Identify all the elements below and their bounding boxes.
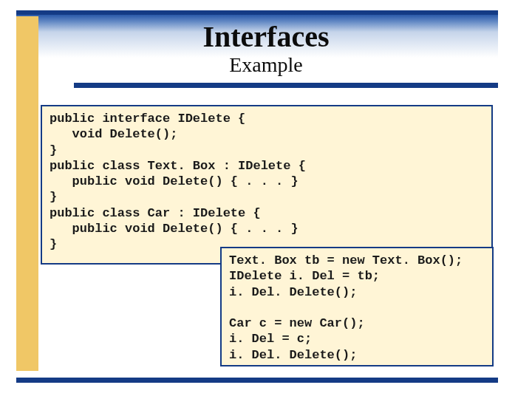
subtitle-underline bbox=[74, 83, 498, 88]
slide-title: Interfaces bbox=[0, 19, 532, 54]
code-block-interface-definitions: public interface IDelete { void Delete()… bbox=[41, 105, 493, 265]
slide-subtitle: Example bbox=[0, 53, 532, 77]
bottom-border bbox=[16, 378, 498, 383]
code-block-usage: Text. Box tb = new Text. Box(); IDelete … bbox=[220, 247, 494, 366]
slide: Interfaces Example public interface IDel… bbox=[0, 0, 532, 399]
